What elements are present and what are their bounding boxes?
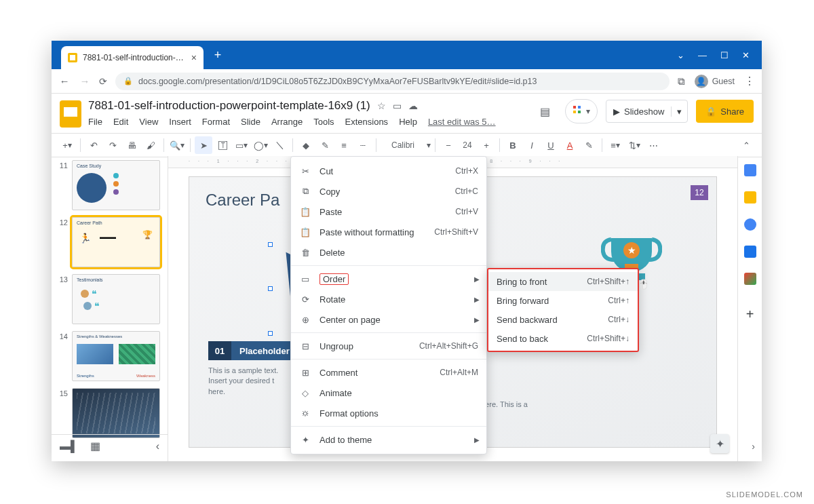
canvas-area[interactable]: 12 Career Pa ★ 01 Placeholder bbox=[168, 156, 737, 461]
star-icon[interactable]: ☆ bbox=[377, 100, 386, 111]
browser-tab[interactable]: 7881-01-self-introduction-powe × bbox=[61, 46, 204, 69]
menu-arrange[interactable]: Arrange bbox=[271, 117, 303, 127]
reload-icon[interactable]: ⟳ bbox=[99, 76, 107, 87]
submenu-bring-front[interactable]: Bring to frontCtrl+Shift+↑ bbox=[488, 272, 638, 291]
menu-slide[interactable]: Slide bbox=[241, 117, 260, 127]
font-increase-icon[interactable]: + bbox=[478, 136, 495, 154]
ctx-format-options[interactable]: ⛭Format options bbox=[291, 403, 486, 423]
calendar-icon[interactable] bbox=[744, 164, 756, 176]
dropdown-icon[interactable]: ⌄ bbox=[677, 50, 684, 60]
cloud-icon[interactable]: ☁ bbox=[408, 100, 418, 111]
new-tab-button[interactable]: + bbox=[209, 46, 227, 64]
italic-icon[interactable]: I bbox=[523, 136, 541, 154]
paint-format-icon[interactable]: 🖌 bbox=[142, 136, 159, 154]
browser-menu-icon[interactable]: ⋮ bbox=[744, 75, 755, 88]
filmstrip[interactable]: 11 Case Study 12 Career Path 🏃 ▬▬▬ 🏆 13 bbox=[52, 156, 168, 461]
ctx-delete[interactable]: 🗑Delete bbox=[291, 242, 486, 263]
slide-thumbnail[interactable] bbox=[72, 388, 160, 438]
profile-button[interactable]: 👤 Guest bbox=[695, 75, 735, 88]
slide-thumbnail[interactable]: Testimonials ❝ ❝ bbox=[72, 274, 160, 324]
slide-thumbnail-active[interactable]: Career Path 🏃 ▬▬▬ 🏆 bbox=[72, 217, 160, 267]
addons-button[interactable]: + bbox=[746, 307, 754, 322]
menu-help[interactable]: Help bbox=[399, 117, 417, 127]
ctx-paste-plain[interactable]: 📋Paste without formattingCtrl+Shift+V bbox=[291, 222, 486, 242]
filmstrip-item[interactable]: 12 Career Path 🏃 ▬▬▬ 🏆 bbox=[57, 217, 163, 267]
filmstrip-item[interactable]: 14 Strengths & Weaknesses Strengths Weak… bbox=[57, 331, 163, 381]
font-family-select[interactable]: Calibri bbox=[381, 136, 425, 154]
slides-logo[interactable] bbox=[60, 100, 81, 128]
ctx-rotate[interactable]: ⟳Rotate▶ bbox=[291, 289, 486, 309]
highlight-icon[interactable]: ✎ bbox=[580, 136, 598, 154]
new-slide-button[interactable]: +▾ bbox=[58, 136, 76, 154]
forward-icon[interactable]: → bbox=[79, 75, 91, 87]
close-window-icon[interactable]: ✕ bbox=[742, 50, 750, 60]
fill-icon[interactable]: ◆ bbox=[297, 136, 315, 154]
menu-extensions[interactable]: Extensions bbox=[345, 117, 389, 127]
shape-icon[interactable]: ◯▾ bbox=[252, 136, 269, 154]
tasks-icon[interactable] bbox=[744, 218, 756, 231]
maximize-icon[interactable]: ☐ bbox=[720, 50, 729, 60]
doc-title[interactable]: 7881-01-self-introduction-powerpoint-tem… bbox=[88, 99, 370, 113]
filmstrip-item[interactable]: 15 bbox=[57, 388, 163, 438]
meet-button[interactable]: ▾ bbox=[565, 99, 598, 123]
menu-file[interactable]: File bbox=[88, 117, 102, 127]
move-icon[interactable]: ▭ bbox=[393, 100, 402, 111]
textbox-icon[interactable]: 🅃 bbox=[214, 136, 231, 154]
filmstrip-view-icon[interactable]: ▬▌ bbox=[60, 440, 78, 452]
ctx-paste[interactable]: 📋PasteCtrl+V bbox=[291, 201, 486, 222]
zoom-icon[interactable]: 🔍▾ bbox=[168, 136, 186, 154]
collapse-filmstrip-icon[interactable]: ‹ bbox=[156, 440, 159, 452]
redo-icon[interactable]: ↷ bbox=[104, 136, 121, 154]
collapse-sidepanel-icon[interactable]: › bbox=[752, 441, 755, 452]
ctx-order[interactable]: ▭Order▶ bbox=[291, 269, 486, 289]
text-color-icon[interactable]: A bbox=[561, 136, 579, 154]
grid-view-icon[interactable]: ▦ bbox=[90, 440, 100, 452]
ctx-center[interactable]: ⊕Center on page▶ bbox=[291, 309, 486, 330]
slide-thumbnail[interactable]: Case Study bbox=[72, 160, 160, 210]
keep-icon[interactable] bbox=[744, 191, 756, 203]
share-button[interactable]: 🔒 Share bbox=[696, 100, 754, 123]
select-tool-icon[interactable]: ➤ bbox=[195, 136, 212, 154]
menu-format[interactable]: Format bbox=[202, 117, 230, 127]
ctx-copy[interactable]: ⧉CopyCtrl+C bbox=[291, 181, 486, 201]
minimize-icon[interactable]: — bbox=[698, 50, 707, 60]
line-spacing-icon[interactable]: ⇅▾ bbox=[625, 136, 643, 154]
menu-view[interactable]: View bbox=[139, 117, 158, 127]
print-icon[interactable]: 🖶 bbox=[123, 136, 140, 154]
ctx-comment[interactable]: ⊞CommentCtrl+Alt+M bbox=[291, 362, 486, 383]
font-decrease-icon[interactable]: − bbox=[440, 136, 457, 154]
ctx-animate[interactable]: ◇Animate bbox=[291, 383, 486, 403]
more-tools-icon[interactable]: ⋯ bbox=[644, 136, 662, 154]
menu-tools[interactable]: Tools bbox=[313, 117, 334, 127]
explore-button[interactable]: ✦ bbox=[710, 434, 729, 453]
ctx-ungroup[interactable]: ⊟UngroupCtrl+Alt+Shift+G bbox=[291, 336, 486, 356]
collapse-toolbar-icon[interactable]: ⌃ bbox=[737, 136, 755, 154]
submenu-send-back[interactable]: Send to backCtrl+Shift+↓ bbox=[488, 329, 638, 348]
slideshow-button[interactable]: ▶Slideshow ▾ bbox=[606, 100, 688, 123]
install-app-icon[interactable]: ⧉ bbox=[678, 75, 685, 88]
filmstrip-item[interactable]: 11 Case Study bbox=[57, 160, 163, 210]
menu-edit[interactable]: Edit bbox=[113, 117, 128, 127]
back-icon[interactable]: ← bbox=[58, 75, 71, 87]
last-edit-link[interactable]: Last edit was 5… bbox=[428, 117, 496, 127]
contacts-icon[interactable] bbox=[744, 246, 756, 258]
slide-thumbnail[interactable]: Strengths & Weaknesses Strengths Weaknes… bbox=[72, 331, 160, 381]
close-tab-icon[interactable]: × bbox=[191, 52, 197, 63]
slideshow-dropdown[interactable]: ▾ bbox=[671, 106, 687, 117]
border-dash-icon[interactable]: ┄ bbox=[354, 136, 372, 154]
filmstrip-item[interactable]: 13 Testimonials ❝ ❝ bbox=[57, 274, 163, 324]
bold-icon[interactable]: B bbox=[504, 136, 522, 154]
border-weight-icon[interactable]: ≡ bbox=[335, 136, 353, 154]
menu-insert[interactable]: Insert bbox=[169, 117, 191, 127]
comments-icon[interactable]: ▤ bbox=[532, 99, 557, 123]
border-color-icon[interactable]: ✎ bbox=[316, 136, 334, 154]
align-icon[interactable]: ≡▾ bbox=[606, 136, 624, 154]
submenu-send-backward[interactable]: Send backwardCtrl+↓ bbox=[488, 310, 638, 329]
line-icon[interactable]: ＼ bbox=[271, 136, 288, 154]
ctx-add-theme[interactable]: ✦Add to theme▶ bbox=[291, 429, 486, 450]
undo-icon[interactable]: ↶ bbox=[85, 136, 102, 154]
submenu-bring-forward[interactable]: Bring forwardCtrl+↑ bbox=[488, 291, 638, 310]
font-size-field[interactable]: 24 bbox=[459, 136, 476, 154]
maps-icon[interactable] bbox=[744, 273, 756, 285]
ctx-cut[interactable]: ✂CutCtrl+X bbox=[291, 161, 486, 181]
